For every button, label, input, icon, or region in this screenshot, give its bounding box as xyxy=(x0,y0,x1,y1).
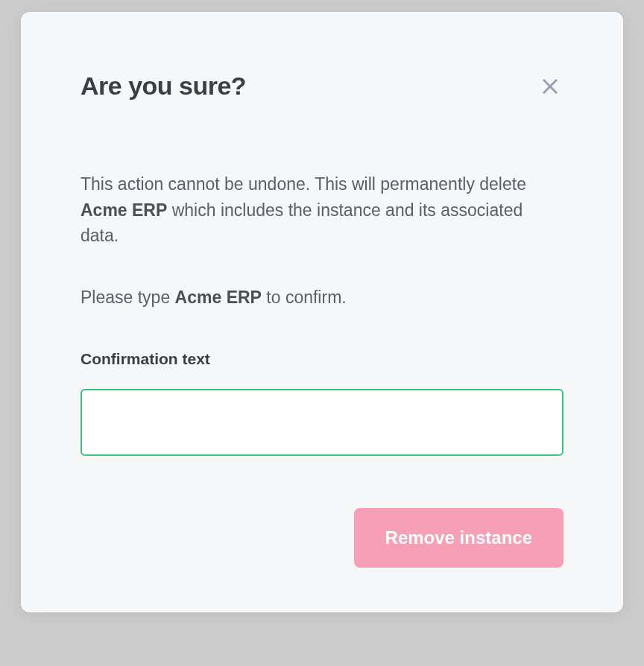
modal-footer: Remove instance xyxy=(80,508,564,568)
remove-instance-button[interactable]: Remove instance xyxy=(354,508,564,568)
confirmation-input[interactable] xyxy=(80,389,564,456)
confirm-prompt: Please type Acme ERP to confirm. xyxy=(80,285,564,311)
close-button[interactable] xyxy=(537,73,564,100)
confirm-prefix: Please type xyxy=(80,288,175,307)
confirm-name-bold: Acme ERP xyxy=(175,288,262,307)
modal-backdrop: Are you sure? This action cannot be undo… xyxy=(0,0,644,666)
warning-prefix: This action cannot be undone. This will … xyxy=(80,174,526,194)
confirm-suffix: to confirm. xyxy=(262,288,347,307)
confirmation-label: Confirmation text xyxy=(80,350,564,368)
confirm-delete-modal: Are you sure? This action cannot be undo… xyxy=(21,12,623,612)
instance-name-bold: Acme ERP xyxy=(80,200,167,220)
warning-text: This action cannot be undone. This will … xyxy=(80,171,564,249)
modal-title: Are you sure? xyxy=(80,72,246,101)
modal-body: This action cannot be undone. This will … xyxy=(80,171,564,456)
modal-header: Are you sure? xyxy=(80,72,564,101)
close-icon xyxy=(540,76,561,97)
